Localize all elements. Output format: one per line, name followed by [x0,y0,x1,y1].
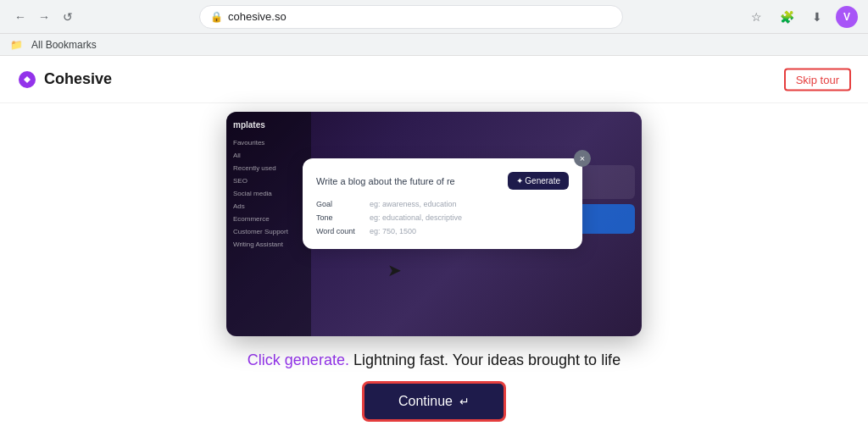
word-count-field: Word count eg: 750, 1500 [316,227,569,235]
logo-text: Cohesive [44,70,112,88]
bookmarks-folder-icon: 📁 [10,39,23,51]
bottom-section: Click generate. Lightning fast. Your ide… [248,351,620,422]
browser-chrome: ← → ↺ 🔒 cohesive.so ☆ 🧩 ⬇ V [0,0,868,34]
modal-input-text: Write a blog about the future of re [316,176,508,186]
enter-icon: ↵ [459,395,470,408]
goal-field: Goal eg: awareness, education [316,200,569,208]
tagline-highlight: Click generate. [248,351,349,368]
sidebar-item-all: All [233,149,304,162]
preview-container: mplates Favourites All Recently used SEO… [226,112,642,336]
sidebar-item-ads: Ads [233,200,304,213]
download-button[interactable]: ⬇ [805,5,829,29]
modal-fields: Goal eg: awareness, education Tone eg: e… [316,200,569,235]
tagline-rest: Lightning fast. Your ideas brought to li… [349,351,620,368]
goal-label: Goal [316,200,363,208]
modal-close-button[interactable]: × [574,150,591,167]
skip-tour-button[interactable]: Skip tour [784,68,851,91]
sidebar-item-recently-used: Recently used [233,162,304,174]
generate-button[interactable]: ✦ Generate [508,172,569,190]
preview-sidebar: mplates Favourites All Recently used SEO… [226,112,311,336]
preview-sidebar-title: mplates [233,120,304,130]
browser-actions: ☆ 🧩 ⬇ V [744,5,858,29]
browser-nav-buttons: ← → ↺ [10,7,78,27]
browser-center-area: 🔒 cohesive.so [85,5,737,29]
url-text: cohesive.so [228,10,287,23]
cohesive-logo-icon [17,69,37,90]
refresh-button[interactable]: ↺ [58,7,78,27]
generate-modal: × Write a blog about the future of re ✦ … [303,158,582,249]
sidebar-item-seo: SEO [233,174,304,187]
forward-button[interactable]: → [34,7,54,27]
sidebar-item-writing-assistant: Writing Assistant [233,238,304,251]
address-bar[interactable]: 🔒 cohesive.so [199,5,623,29]
tone-label: Tone [316,213,363,222]
sidebar-item-social-media: Social media [233,187,304,200]
tone-placeholder: eg: educational, descriptive [370,213,462,222]
lock-icon: 🔒 [210,11,223,23]
star-button[interactable]: ☆ [744,5,768,29]
word-count-placeholder: eg: 750, 1500 [370,227,416,235]
tone-field: Tone eg: educational, descriptive [316,213,569,222]
site-logo: Cohesive [17,69,112,90]
word-count-label: Word count [316,227,363,235]
page-content: Cohesive Skip tour mplates Favourites Al… [0,56,868,437]
profile-avatar[interactable]: V [836,6,858,28]
site-navbar: Cohesive Skip tour [0,56,868,103]
continue-label: Continue [398,394,453,409]
bookmarks-bar: 📁 All Bookmarks [0,34,868,56]
preview-background: mplates Favourites All Recently used SEO… [226,112,642,336]
goal-placeholder: eg: awareness, education [370,200,457,208]
all-bookmarks-item[interactable]: All Bookmarks [26,37,102,53]
tagline: Click generate. Lightning fast. Your ide… [248,351,620,369]
main-area: mplates Favourites All Recently used SEO… [0,103,868,422]
back-button[interactable]: ← [10,7,31,27]
continue-button[interactable]: Continue ↵ [362,381,506,422]
extensions-button[interactable]: 🧩 [775,5,798,29]
sidebar-item-ecommerce: Ecommerce [233,213,304,225]
sidebar-item-favourites: Favourites [233,136,304,149]
sidebar-item-customer-support: Customer Support [233,225,304,238]
modal-header: Write a blog about the future of re ✦ Ge… [316,172,569,190]
